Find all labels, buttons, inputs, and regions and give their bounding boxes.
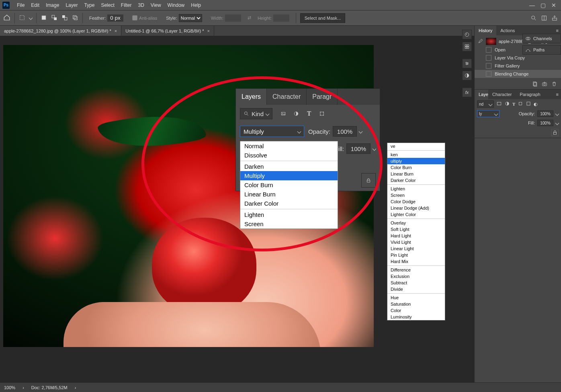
menu-file[interactable]: File bbox=[14, 2, 28, 8]
blend-option[interactable]: Lighter Color bbox=[387, 211, 445, 218]
blend-option[interactable]: Hard Mix bbox=[387, 258, 445, 265]
blend-option[interactable]: Linear Light bbox=[387, 245, 445, 252]
blend-option[interactable]: ultiply bbox=[387, 158, 445, 164]
history-doc-thumb[interactable] bbox=[486, 38, 496, 45]
dock-swatches-icon[interactable] bbox=[462, 42, 472, 51]
blend-option[interactable]: Color Burn bbox=[240, 180, 338, 190]
dock-adjust-icon[interactable] bbox=[462, 59, 472, 68]
dock-styles-icon[interactable] bbox=[462, 71, 472, 80]
filter-type-icon[interactable]: T bbox=[512, 102, 515, 106]
menu-layer[interactable]: Layer bbox=[62, 2, 81, 8]
arrange-docs-icon[interactable] bbox=[541, 15, 547, 21]
blend-option[interactable]: Dissolve bbox=[240, 151, 338, 160]
doc-tab-1[interactable]: apple-2788662_1280.jpg @ 100% (Layer 1, … bbox=[0, 26, 121, 36]
history-step[interactable]: Filter Gallery bbox=[475, 62, 561, 70]
filter-adjust-icon[interactable] bbox=[504, 101, 510, 107]
menu-view[interactable]: View bbox=[147, 2, 164, 8]
filter-adjustment-icon[interactable] bbox=[292, 109, 301, 118]
blend-mode-dropdown[interactable]: vekenultiplyColor BurnLinear BurnDarker … bbox=[387, 143, 445, 321]
doc-tab-1-close-icon[interactable]: × bbox=[115, 29, 117, 33]
doc-tab-2-close-icon[interactable]: × bbox=[207, 29, 209, 33]
history-brush-icon[interactable] bbox=[478, 38, 483, 45]
new-selection-icon[interactable] bbox=[41, 14, 47, 22]
blend-option[interactable]: Normal bbox=[240, 141, 338, 151]
layers-opacity-input[interactable]: 100% bbox=[537, 110, 553, 117]
layers-blend-select[interactable]: ly bbox=[477, 110, 500, 117]
menu-edit[interactable]: Edit bbox=[28, 2, 43, 8]
menu-select[interactable]: Select bbox=[98, 2, 117, 8]
blend-option[interactable]: Linear Burn bbox=[387, 171, 445, 177]
blend-option[interactable]: Saturation bbox=[387, 301, 445, 307]
menu-help[interactable]: Help bbox=[188, 2, 204, 8]
filter-type-icon[interactable]: T bbox=[305, 109, 313, 118]
tab-paragraph-small[interactable]: Paragraph bbox=[516, 90, 544, 99]
channels-tab[interactable]: Channels bbox=[522, 34, 561, 43]
tab-character-small[interactable]: Character bbox=[488, 90, 516, 99]
paths-tab[interactable]: Paths bbox=[522, 45, 561, 55]
menu-filter[interactable]: Filter bbox=[118, 2, 135, 8]
status-zoom[interactable]: 100% bbox=[4, 385, 15, 390]
layers-panel-menu-icon[interactable]: ≡ bbox=[554, 90, 561, 99]
tool-preset-chevron-icon[interactable] bbox=[29, 16, 33, 20]
window-maximize-icon[interactable]: ▢ bbox=[541, 2, 546, 8]
blend-option[interactable]: ken bbox=[387, 151, 445, 158]
filter-shape-icon[interactable] bbox=[518, 101, 523, 107]
menu-image[interactable]: Image bbox=[43, 2, 62, 8]
blend-option[interactable]: Screen bbox=[387, 192, 445, 198]
history-step[interactable]: Blending Change bbox=[475, 70, 561, 78]
blend-option[interactable]: Hard Light bbox=[387, 233, 445, 239]
blend-option[interactable]: Darken bbox=[240, 162, 338, 171]
blend-option[interactable]: Color Dodge bbox=[387, 198, 445, 205]
blend-option[interactable]: Soft Light bbox=[387, 226, 445, 233]
zoom-tab-layers[interactable]: Layers bbox=[236, 89, 267, 105]
blend-option[interactable]: ve bbox=[387, 143, 445, 149]
dock-color-icon[interactable] bbox=[462, 30, 472, 39]
zoom-tab-character[interactable]: Character bbox=[267, 89, 307, 105]
blend-option[interactable]: Color bbox=[387, 307, 445, 314]
layers-fill-input[interactable]: 100% bbox=[537, 120, 553, 126]
blend-option[interactable]: Overlay bbox=[387, 220, 445, 226]
blend-option[interactable]: Multiply bbox=[240, 171, 338, 180]
dock-fx-icon[interactable]: fx bbox=[462, 88, 472, 97]
blend-option[interactable]: Screen bbox=[240, 219, 338, 229]
zoom-blend-dropdown[interactable]: NormalDissolveDarkenMultiplyColor BurnLi… bbox=[240, 141, 338, 229]
filter-toggle-icon[interactable]: ◐ bbox=[534, 102, 538, 107]
zoom-blend-mode-select[interactable]: Multiply bbox=[240, 126, 304, 137]
tab-actions[interactable]: Actions bbox=[496, 26, 519, 35]
blend-option[interactable]: Lighten bbox=[387, 186, 445, 192]
history-delete-icon[interactable] bbox=[551, 81, 557, 88]
chevron-down-icon[interactable] bbox=[359, 129, 363, 133]
blend-option[interactable]: Hue bbox=[387, 294, 445, 301]
zoom-filter-kind[interactable]: Kind bbox=[240, 108, 272, 119]
layers-lock-icon[interactable] bbox=[551, 129, 559, 136]
blend-option[interactable]: Linear Dodge (Add) bbox=[387, 205, 445, 211]
doc-tab-2[interactable]: Untitled-1 @ 66,7% (Layer 1, RGB/8#) * × bbox=[121, 26, 214, 36]
blend-option[interactable]: Lighten bbox=[240, 210, 338, 219]
add-selection-icon[interactable] bbox=[51, 14, 57, 22]
menu-window[interactable]: Window bbox=[164, 2, 188, 8]
zoom-opacity-input[interactable]: 100% bbox=[333, 126, 357, 137]
blend-option[interactable]: Vivid Light bbox=[387, 239, 445, 245]
marquee-tool-icon[interactable] bbox=[19, 14, 25, 22]
blend-option[interactable]: Divide bbox=[387, 286, 445, 292]
blend-option[interactable]: Linear Burn bbox=[240, 190, 338, 199]
blend-option[interactable]: Color Burn bbox=[387, 164, 445, 171]
chevron-down-icon[interactable] bbox=[373, 147, 377, 151]
zoom-fill-input[interactable]: 100% bbox=[346, 143, 371, 154]
tab-layers-small[interactable]: Layers bbox=[475, 90, 488, 99]
menu-3d[interactable]: 3D bbox=[135, 2, 147, 8]
blend-option[interactable]: Darker Color bbox=[240, 199, 338, 208]
zoom-tab-paragraph[interactable]: Paragr bbox=[307, 89, 338, 105]
home-button[interactable] bbox=[3, 14, 10, 22]
menu-type[interactable]: Type bbox=[81, 2, 98, 8]
blend-option[interactable]: Pin Light bbox=[387, 252, 445, 258]
filter-pixel-icon[interactable] bbox=[279, 109, 288, 118]
chevron-down-icon[interactable] bbox=[555, 121, 559, 125]
subtract-selection-icon[interactable] bbox=[61, 14, 68, 22]
style-select[interactable]: Normal bbox=[179, 14, 202, 22]
blend-option[interactable]: Subtract bbox=[387, 280, 445, 286]
feather-input[interactable] bbox=[107, 14, 123, 22]
history-new-doc-icon[interactable] bbox=[532, 81, 538, 88]
filter-shape-icon[interactable] bbox=[317, 109, 326, 118]
history-snapshot-icon[interactable] bbox=[542, 81, 547, 88]
